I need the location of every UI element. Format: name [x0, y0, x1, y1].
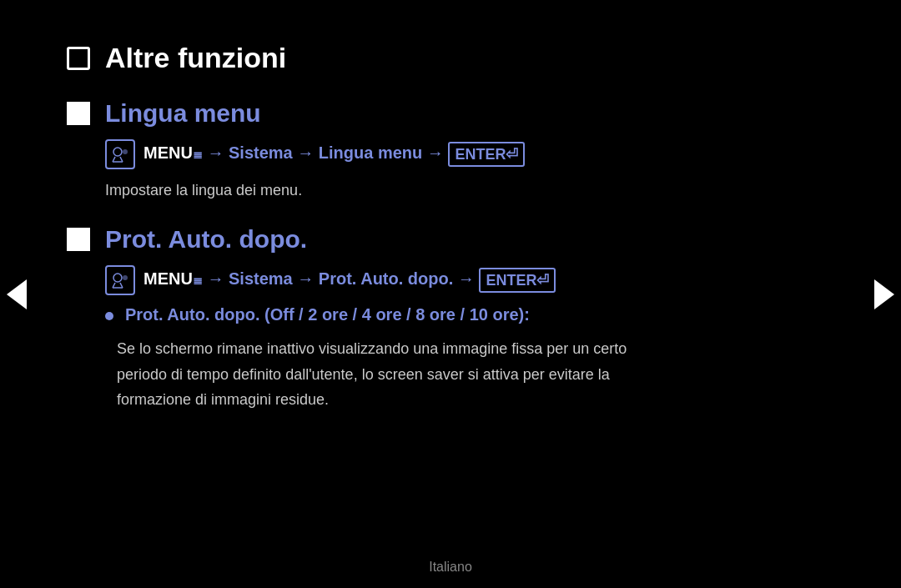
- bullet-label: Prot. Auto. dopo.: [125, 305, 259, 324]
- svg-line-1: [113, 157, 115, 162]
- svg-point-9: [123, 275, 128, 280]
- page-title: Altre funzioni: [105, 42, 286, 74]
- footer: Italiano: [0, 560, 901, 575]
- menu-keyword-1: MENU: [143, 143, 193, 162]
- section2-path-text: MENU≣ → Sistema → Prot. Auto. dopo. → EN…: [143, 268, 556, 293]
- filled-square-icon-2: [67, 228, 90, 251]
- section1-menu-path: MENU≣ → Sistema → Lingua menu → ENTER⏎: [105, 139, 834, 169]
- section2-menu-path: MENU≣ → Sistema → Prot. Auto. dopo. → EN…: [105, 265, 834, 295]
- enter-icon-2: ENTER⏎: [479, 268, 556, 293]
- checkbox-icon: [67, 47, 90, 70]
- section1-path-text: MENU≣ → Sistema → Lingua menu → ENTER⏎: [143, 142, 525, 167]
- section1-description: Impostare la lingua dei menu.: [105, 179, 834, 202]
- menu-icon-1: [105, 139, 135, 169]
- svg-point-5: [113, 274, 122, 282]
- section2-description: Se lo schermo rimane inattivo visualizza…: [117, 336, 834, 413]
- svg-line-2: [120, 157, 123, 162]
- svg-line-6: [113, 283, 115, 288]
- menu-icon-2: [105, 265, 135, 295]
- section2-title-row: Prot. Auto. dopo.: [67, 225, 834, 254]
- svg-line-7: [120, 283, 123, 288]
- bullet-options: (Off / 2 ore / 4 ore / 8 ore / 10 ore):: [264, 305, 530, 324]
- bullet-dot: [105, 312, 113, 320]
- section2-desc-line1: Se lo schermo rimane inattivo visualizza…: [117, 340, 627, 357]
- filled-square-icon-1: [67, 102, 90, 125]
- footer-language: Italiano: [429, 560, 472, 574]
- section1-title-row: Lingua menu: [67, 99, 834, 128]
- bullet-text: Prot. Auto. dopo. (Off / 2 ore / 4 ore /…: [125, 305, 530, 324]
- section1-heading: Lingua menu: [105, 99, 261, 128]
- menu-keyword-2: MENU: [143, 269, 193, 288]
- section2-desc-line2: periodo di tempo definito dall'utente, l…: [117, 366, 610, 383]
- section2-heading: Prot. Auto. dopo.: [105, 225, 307, 254]
- bullet-row: Prot. Auto. dopo. (Off / 2 ore / 4 ore /…: [105, 305, 834, 324]
- main-content: Altre funzioni Lingua menu MENU≣ → Siste…: [0, 0, 901, 413]
- enter-icon-1: ENTER⏎: [448, 142, 525, 167]
- section2-desc-line3: formazione di immagini residue.: [117, 391, 329, 408]
- page-title-row: Altre funzioni: [67, 42, 834, 74]
- svg-point-4: [123, 149, 128, 154]
- svg-point-0: [113, 148, 122, 156]
